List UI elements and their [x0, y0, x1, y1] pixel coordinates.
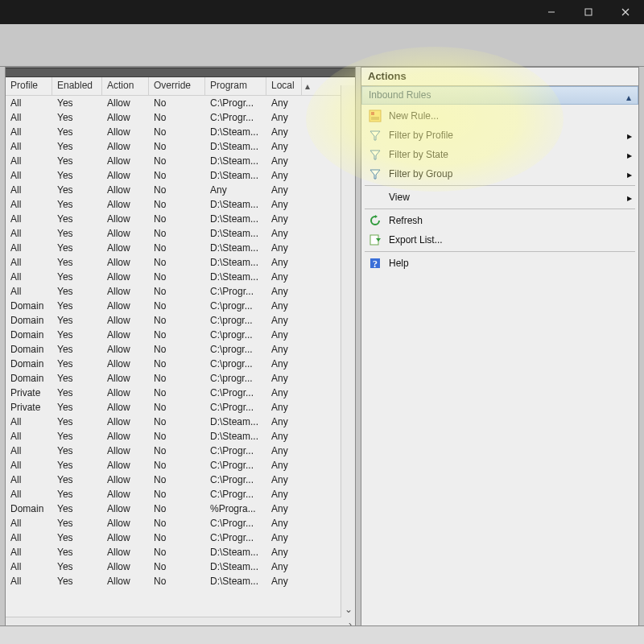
cell-override: No [149, 386, 205, 400]
maximize-button[interactable] [570, 0, 607, 24]
action-view[interactable]: View [361, 188, 638, 207]
submenu-arrow-icon [627, 131, 632, 140]
table-row[interactable]: AllYesAllowNoD:\Steam...Any [6, 270, 355, 284]
cell-enabled: Yes [52, 139, 102, 154]
filter-icon [368, 167, 382, 181]
refresh-icon [368, 213, 382, 228]
cell-profile: All [6, 415, 52, 429]
table-row[interactable]: AllYesAllowNoC:\Progr...Any [6, 516, 355, 530]
table-row[interactable]: AllYesAllowNoD:\Steam...Any [6, 168, 355, 183]
table-row[interactable]: AllYesAllowNoC:\Progr...Any [6, 444, 355, 458]
cell-enabled: Yes [52, 183, 102, 197]
table-row[interactable]: AllYesAllowNoD:\Steam...Any [6, 226, 355, 241]
cell-action: Allow [102, 154, 149, 168]
cell-local: Any [266, 328, 302, 342]
table-row[interactable]: AllYesAllowNoC:\Progr...Any [6, 487, 355, 502]
cell-override: No [149, 516, 205, 530]
table-row[interactable]: AllYesAllowNoD:\Steam...Any [6, 255, 355, 270]
rules-grid: Profile Enabled Action Override Program … [5, 67, 356, 632]
action-filter-by-state[interactable]: Filter by State [361, 145, 638, 164]
column-header-enabled[interactable]: Enabled [52, 77, 102, 95]
table-row[interactable]: AllYesAllowNoAnyAny [6, 183, 355, 197]
minimize-button[interactable] [533, 0, 570, 24]
table-row[interactable]: AllYesAllowNoD:\Steam...Any [6, 212, 355, 226]
cell-override: No [149, 197, 205, 212]
column-header-override[interactable]: Override [149, 77, 205, 95]
table-row[interactable]: DomainYesAllowNo%Progra...Any [6, 502, 355, 516]
cell-profile: Domain [6, 502, 52, 516]
table-row[interactable]: DomainYesAllowNoC:\progr...Any [6, 313, 355, 328]
table-row[interactable]: AllYesAllowNoC:\Progr...Any [6, 530, 355, 545]
cell-program: D:\Steam... [205, 212, 266, 226]
table-row[interactable]: AllYesAllowNoD:\Steam...Any [6, 545, 355, 559]
table-row[interactable]: AllYesAllowNoC:\Progr...Any [6, 284, 355, 299]
table-row[interactable]: AllYesAllowNoC:\Progr...Any [6, 110, 355, 125]
table-row[interactable]: AllYesAllowNoD:\Steam...Any [6, 125, 355, 139]
cell-enabled: Yes [52, 545, 102, 559]
action-help[interactable]: ?Help [361, 254, 638, 273]
filter-icon [368, 128, 382, 142]
vertical-scrollbar[interactable]: ⌄ [341, 85, 355, 617]
cell-override: No [149, 342, 205, 357]
scroll-up-indicator[interactable]: ▴ [302, 77, 313, 95]
table-row[interactable]: AllYesAllowNoD:\Steam...Any [6, 429, 355, 444]
column-header-local[interactable]: Local [266, 77, 302, 95]
table-row[interactable]: AllYesAllowNoD:\Steam...Any [6, 415, 355, 429]
action-export-list[interactable]: Export List... [361, 230, 638, 250]
table-row[interactable]: AllYesAllowNoD:\Steam...Any [6, 241, 355, 255]
table-row[interactable]: PrivateYesAllowNoC:\Progr...Any [6, 386, 355, 400]
cell-program: C:\progr... [205, 342, 266, 357]
new-rule-icon [368, 109, 382, 123]
column-header-profile[interactable]: Profile [6, 77, 52, 95]
table-row[interactable]: DomainYesAllowNoC:\progr...Any [6, 371, 355, 386]
cell-local: Any [266, 313, 302, 328]
table-row[interactable]: AllYesAllowNoD:\Steam...Any [6, 197, 355, 212]
table-row[interactable]: AllYesAllowNoC:\Progr...Any [6, 458, 355, 473]
grid-body[interactable]: AllYesAllowNoC:\Progr...AnyAllYesAllowNo… [6, 96, 355, 617]
toolbar-area [0, 24, 644, 67]
table-row[interactable]: DomainYesAllowNoC:\progr...Any [6, 357, 355, 371]
cell-override: No [149, 299, 205, 313]
cell-profile: All [6, 487, 52, 502]
cell-enabled: Yes [52, 458, 102, 473]
cell-override: No [149, 487, 205, 502]
cell-local: Any [266, 357, 302, 371]
svg-marker-10 [370, 170, 380, 179]
cell-enabled: Yes [52, 284, 102, 299]
actions-section-header[interactable]: Inbound Rules ▴ [361, 86, 638, 105]
action-refresh[interactable]: Refresh [361, 211, 638, 230]
cell-profile: All [6, 444, 52, 458]
cell-profile: All [6, 154, 52, 168]
cell-action: Allow [102, 386, 149, 400]
cell-override: No [149, 444, 205, 458]
action-new-rule[interactable]: New Rule... [361, 106, 638, 126]
cell-action: Allow [102, 270, 149, 284]
table-row[interactable]: DomainYesAllowNoC:\progr...Any [6, 342, 355, 357]
table-row[interactable]: AllYesAllowNoD:\Steam...Any [6, 574, 355, 588]
cell-local: Any [266, 154, 302, 168]
table-row[interactable]: DomainYesAllowNoC:\progr...Any [6, 299, 355, 313]
table-row[interactable]: AllYesAllowNoC:\Progr...Any [6, 96, 355, 110]
column-header-action[interactable]: Action [102, 77, 149, 95]
cell-action: Allow [102, 574, 149, 588]
cell-enabled: Yes [52, 429, 102, 444]
action-filter-by-profile[interactable]: Filter by Profile [361, 126, 638, 145]
table-row[interactable]: AllYesAllowNoD:\Steam...Any [6, 154, 355, 168]
cell-override: No [149, 226, 205, 241]
cell-enabled: Yes [52, 502, 102, 516]
table-row[interactable]: AllYesAllowNoD:\Steam...Any [6, 559, 355, 574]
cell-enabled: Yes [52, 342, 102, 357]
cell-program: D:\Steam... [205, 197, 266, 212]
cell-profile: All [6, 516, 52, 530]
cell-profile: Private [6, 386, 52, 400]
table-row[interactable]: AllYesAllowNoD:\Steam...Any [6, 139, 355, 154]
cell-local: Any [266, 299, 302, 313]
table-row[interactable]: DomainYesAllowNoC:\progr...Any [6, 328, 355, 342]
cell-profile: All [6, 168, 52, 183]
table-row[interactable]: AllYesAllowNoC:\Progr...Any [6, 473, 355, 487]
action-filter-by-group[interactable]: Filter by Group [361, 164, 638, 184]
cell-action: Allow [102, 284, 149, 299]
column-header-program[interactable]: Program [205, 77, 266, 95]
close-button[interactable] [607, 0, 644, 24]
table-row[interactable]: PrivateYesAllowNoC:\Progr...Any [6, 400, 355, 415]
